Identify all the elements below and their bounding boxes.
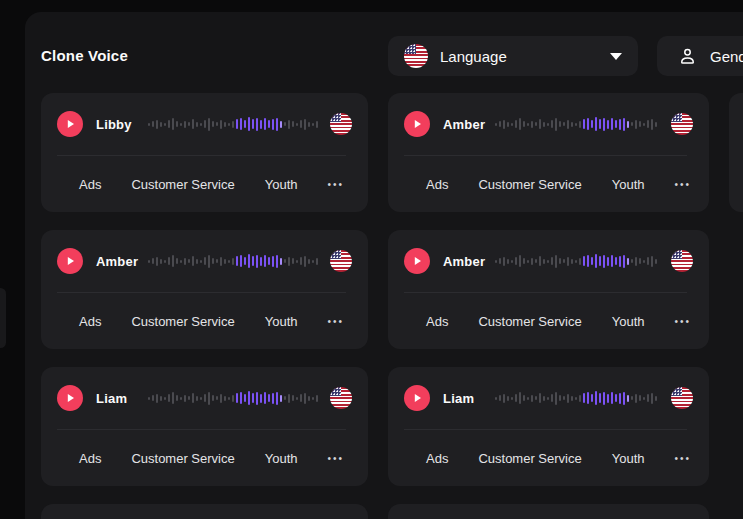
voice-name: Liam: [96, 391, 146, 406]
voice-name: Amber: [443, 254, 493, 269]
tag-youth[interactable]: Youth: [265, 314, 298, 329]
tag-customer-service[interactable]: Customer Service: [478, 314, 581, 329]
tag-customer-service[interactable]: Customer Service: [131, 177, 234, 192]
gender-filter-label: Gender: [710, 48, 743, 65]
more-options-button[interactable]: •••: [675, 449, 692, 468]
more-options-button[interactable]: •••: [328, 312, 345, 331]
voice-card-partial: [388, 504, 709, 519]
voice-card-partial: [729, 93, 743, 212]
voice-card: Amber Ads Customer Service Youth •••: [388, 93, 709, 212]
play-icon: [412, 393, 422, 403]
us-flag-icon: [671, 113, 693, 135]
app-screen: Clone Voice Language Gender Libby: [0, 0, 743, 519]
voice-card: Liam Ads Customer Service Youth •••: [41, 367, 368, 486]
page-title: Clone Voice: [41, 46, 128, 66]
tag-customer-service[interactable]: Customer Service: [478, 177, 581, 192]
us-flag-icon: [671, 250, 693, 272]
tag-youth[interactable]: Youth: [265, 451, 298, 466]
tag-ads[interactable]: Ads: [426, 177, 448, 192]
tag-ads[interactable]: Ads: [79, 177, 101, 192]
language-filter-label: Language: [440, 48, 507, 65]
voice-card: Liam Ads Customer Service Youth •••: [388, 367, 709, 486]
us-flag-icon: [671, 387, 693, 409]
us-flag-icon: [330, 387, 352, 409]
voice-name: Liam: [443, 391, 493, 406]
waveform: [495, 390, 659, 406]
voice-card-grid: Libby Ads Customer Service Youth ••• Amb…: [41, 93, 709, 519]
person-icon: [677, 46, 698, 67]
language-filter-button[interactable]: Language: [388, 36, 638, 76]
tag-customer-service[interactable]: Customer Service: [131, 314, 234, 329]
more-options-button[interactable]: •••: [328, 175, 345, 194]
voice-card-partial: [41, 504, 368, 519]
play-icon: [412, 119, 422, 129]
play-button[interactable]: [57, 111, 83, 137]
waveform: [495, 116, 659, 132]
play-button[interactable]: [404, 248, 430, 274]
tag-youth[interactable]: Youth: [612, 177, 645, 192]
play-button[interactable]: [404, 385, 430, 411]
tag-youth[interactable]: Youth: [265, 177, 298, 192]
gender-filter-button[interactable]: Gender: [657, 36, 743, 76]
us-flag-icon: [330, 250, 352, 272]
voice-name: Libby: [96, 117, 146, 132]
waveform: [148, 253, 318, 269]
chevron-down-icon: [610, 53, 622, 60]
tag-customer-service[interactable]: Customer Service: [131, 451, 234, 466]
us-flag-icon: [404, 44, 428, 68]
more-options-button[interactable]: •••: [675, 312, 692, 331]
us-flag-icon: [330, 113, 352, 135]
waveform: [148, 390, 318, 406]
tag-youth[interactable]: Youth: [612, 314, 645, 329]
more-options-button[interactable]: •••: [675, 175, 692, 194]
play-button[interactable]: [404, 111, 430, 137]
play-icon: [65, 393, 75, 403]
tag-customer-service[interactable]: Customer Service: [478, 451, 581, 466]
more-options-button[interactable]: •••: [328, 449, 345, 468]
play-button[interactable]: [57, 385, 83, 411]
voice-name: Amber: [443, 117, 493, 132]
waveform: [148, 116, 318, 132]
play-icon: [65, 119, 75, 129]
tag-ads[interactable]: Ads: [79, 451, 101, 466]
play-icon: [65, 256, 75, 266]
tag-ads[interactable]: Ads: [426, 451, 448, 466]
tag-youth[interactable]: Youth: [612, 451, 645, 466]
tag-ads[interactable]: Ads: [426, 314, 448, 329]
voice-card: Libby Ads Customer Service Youth •••: [41, 93, 368, 212]
waveform: [495, 253, 659, 269]
scrollbar-thumb[interactable]: [0, 288, 6, 348]
voice-card: Amber Ads Customer Service Youth •••: [388, 230, 709, 349]
tag-ads[interactable]: Ads: [79, 314, 101, 329]
play-icon: [412, 256, 422, 266]
clone-voice-panel: Clone Voice Language Gender Libby: [25, 12, 743, 519]
voice-name: Amber: [96, 254, 146, 269]
voice-card: Amber Ads Customer Service Youth •••: [41, 230, 368, 349]
play-button[interactable]: [57, 248, 83, 274]
